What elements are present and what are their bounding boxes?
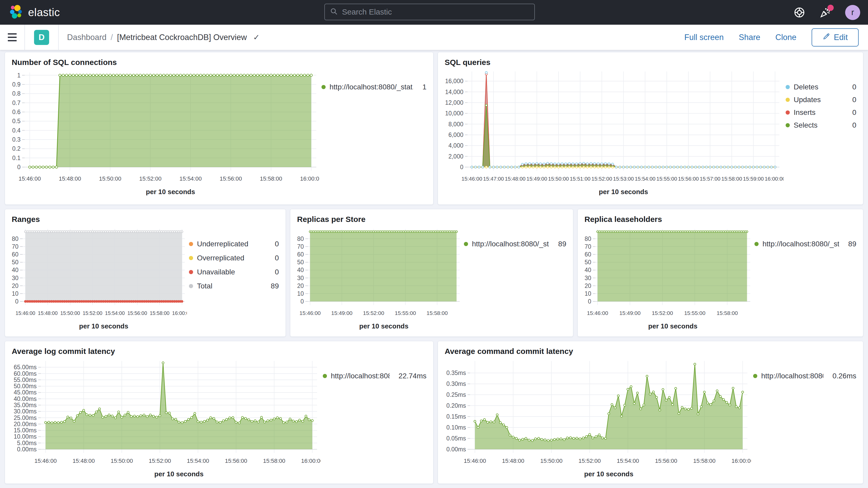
svg-text:0.20ms: 0.20ms [446,402,466,409]
elastic-logo[interactable]: elastic [9,5,60,20]
legend-item[interactable]: Updates0 [786,96,856,104]
svg-text:0.9: 0.9 [12,81,21,88]
space-selector[interactable]: D [25,25,59,50]
svg-text:15:55:00: 15:55:00 [395,310,416,316]
legend-value: 89 [843,240,856,248]
svg-text:15:58:00: 15:58:00 [150,310,169,316]
chart-legend: http://localhost:8080/_sta...89 [462,225,573,330]
chart-legend: http://localhost:8080/_sta...89 [752,225,863,330]
svg-text:15:48:00: 15:48:00 [502,458,524,464]
dashboard-grid: Number of SQL connections 00.10.20.30.40… [0,50,868,484]
title-check-icon[interactable]: ✓ [253,33,259,42]
svg-text:2,000: 2,000 [448,153,463,160]
svg-text:15:52:00: 15:52:00 [139,175,162,182]
svg-text:15:52:00: 15:52:00 [363,310,384,316]
svg-text:30: 30 [297,275,304,281]
legend-value: 0 [847,96,856,104]
share-button[interactable]: Share [739,33,761,42]
svg-text:0.35ms: 0.35ms [446,369,466,376]
svg-text:15:58:00: 15:58:00 [260,175,282,182]
svg-text:0.1: 0.1 [12,155,21,161]
svg-text:per 10 seconds: per 10 seconds [648,322,697,330]
legend-item[interactable]: Unavailable0 [189,268,279,276]
svg-text:0: 0 [460,164,463,171]
panel-avg-cmd-commit: Average command commit latency 0.00ms0.0… [438,341,863,484]
replicas-per-store-chart[interactable]: 0102030405060708015:46:0015:49:0015:52:0… [290,225,462,330]
svg-text:15:48:00: 15:48:00 [505,176,525,182]
panel-title: Number of SQL connections [5,52,433,68]
legend-item[interactable]: http://localhost:8080/_stat...1 [321,83,427,91]
svg-text:15:55:00: 15:55:00 [684,310,706,316]
svg-text:70: 70 [585,243,591,250]
legend-dot-icon [786,123,790,127]
svg-text:0.15ms: 0.15ms [446,413,466,420]
legend-item[interactable]: Underreplicated0 [189,240,279,248]
avg-cmd-commit-chart[interactable]: 0.00ms0.05ms0.10ms0.15ms0.20ms0.25ms0.30… [438,357,751,479]
svg-text:0: 0 [17,164,21,171]
avg-log-commit-chart[interactable]: 0.00ms5.00ms10.00ms15.00ms20.00ms25.00ms… [5,357,321,479]
user-avatar[interactable]: r [845,5,860,20]
legend-value: 0 [847,83,856,91]
legend-label: Overreplicated [197,254,244,262]
ranges-chart[interactable]: 0102030405060708015:46:0015:48:0015:50:0… [5,225,187,330]
page-title: [Metricbeat CockroachDB] Overview [117,33,247,42]
svg-text:15:50:00: 15:50:00 [548,176,569,182]
legend-value: 22.74ms [394,372,427,380]
svg-text:50: 50 [297,259,304,266]
breadcrumb-dashboard-link[interactable]: Dashboard [67,33,106,42]
legend-label: http://localhost:8080/_sta... [763,240,839,248]
svg-text:14,000: 14,000 [445,89,463,95]
full-screen-button[interactable]: Full screen [684,33,724,42]
legend-item[interactable]: Total89 [189,282,279,290]
global-search[interactable] [324,4,535,20]
edit-button[interactable]: Edit [812,28,859,47]
dashboard-toolbar: D Dashboard / [Metricbeat CockroachDB] O… [0,25,868,50]
svg-text:15:46:00: 15:46:00 [19,175,41,182]
newsfeed-icon[interactable] [819,6,832,19]
svg-text:0.7: 0.7 [12,99,21,106]
svg-text:0.25ms: 0.25ms [446,391,466,398]
svg-text:0: 0 [301,298,304,305]
legend-label: Unavailable [197,268,235,276]
svg-text:15:46:00: 15:46:00 [16,310,35,316]
help-icon[interactable] [793,6,806,19]
legend-dot-icon [321,85,326,89]
svg-text:20: 20 [12,282,19,289]
legend-item[interactable]: http://localhost:808...22.74ms [323,372,427,380]
legend-item[interactable]: Selects0 [786,121,856,129]
legend-dot-icon [786,111,790,115]
svg-text:0: 0 [588,298,591,305]
svg-text:60.00ms: 60.00ms [14,370,37,377]
legend-value: 1 [417,83,427,91]
replica-leaseholders-chart[interactable]: 0102030405060708015:46:0015:49:0015:52:0… [578,225,752,330]
legend-dot-icon [189,284,193,288]
legend-item[interactable]: http://localhost:8080/_sta...89 [754,240,856,248]
svg-text:15:53:00: 15:53:00 [613,176,634,182]
clone-button[interactable]: Clone [775,33,797,42]
legend-item[interactable]: Overreplicated0 [189,254,279,262]
panel-sql-connections: Number of SQL connections 00.10.20.30.40… [5,52,433,205]
svg-text:15:56:00: 15:56:00 [127,310,147,316]
svg-text:15:54:00: 15:54:00 [617,458,639,464]
search-input[interactable] [342,7,529,17]
legend-item[interactable]: Deletes0 [786,83,856,91]
svg-text:60: 60 [297,251,304,258]
svg-text:0.6: 0.6 [12,109,21,115]
sql-queries-chart[interactable]: 02,0004,0006,0008,00010,00012,00014,0001… [438,68,783,198]
svg-text:45.00ms: 45.00ms [14,389,37,396]
svg-text:per 10 seconds: per 10 seconds [154,470,204,478]
legend-item[interactable]: Inserts0 [786,109,856,117]
svg-text:70: 70 [297,243,304,250]
sql-connections-chart[interactable]: 00.10.20.30.40.50.60.70.80.9115:46:0015:… [5,68,319,198]
menu-icon[interactable] [0,25,25,50]
space-badge: D [34,30,49,45]
svg-text:20: 20 [585,282,591,289]
svg-text:35.00ms: 35.00ms [14,402,37,408]
svg-text:5.00ms: 5.00ms [17,440,37,447]
legend-item[interactable]: http://localhost:8080/_sta...89 [464,240,566,248]
svg-text:15:58:00: 15:58:00 [716,310,738,316]
svg-text:40: 40 [297,267,304,273]
legend-value: 0 [270,268,279,276]
legend-item[interactable]: http://localhost:8080...0.26ms [753,372,856,380]
svg-text:0.30ms: 0.30ms [446,380,466,387]
